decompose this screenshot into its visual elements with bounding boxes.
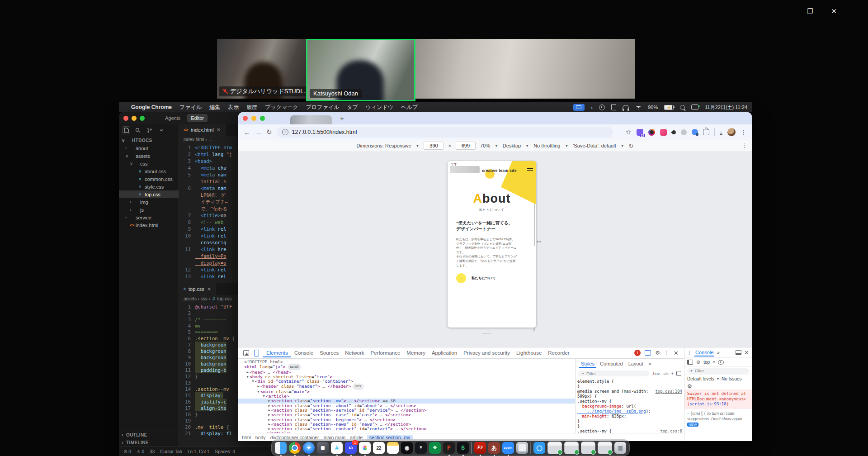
devtools-tab[interactable]: Privacy and security xyxy=(460,348,513,357)
styles-tab[interactable]: Layout xyxy=(627,360,645,368)
inspect-element-icon[interactable] xyxy=(243,350,249,356)
close-button[interactable]: ✕ xyxy=(831,7,837,15)
device-width-drag-handle[interactable]: ↔ xyxy=(536,237,542,244)
console-prompt[interactable]: › xyxy=(687,411,689,416)
dock-app[interactable]: ✦ xyxy=(303,442,315,454)
style-rule-line[interactable]: min-height: 635px; xyxy=(577,414,682,419)
cursor-tab-indicator[interactable]: Cursor Tab xyxy=(160,449,182,454)
dock-app[interactable] xyxy=(547,442,562,454)
explorer-item[interactable]: ∨ HTDOCS xyxy=(119,137,179,144)
style-rule-line[interactable]: background-image: url( xyxy=(577,404,682,409)
device-frame[interactable]: です creative team site About 私たちについて “伝えた… xyxy=(448,161,536,328)
menu-item[interactable]: ブックマーク xyxy=(265,104,298,111)
devtools-tab[interactable]: Elements xyxy=(263,348,291,357)
dock-app[interactable] xyxy=(530,442,531,454)
explorer-item[interactable]: › service xyxy=(119,214,179,221)
arrow-circle-button[interactable]: → xyxy=(456,273,466,283)
more-tabs-icon[interactable]: » xyxy=(717,350,720,355)
expand-arrow-icon[interactable]: ▶ xyxy=(267,413,271,417)
sidebar-section[interactable]: › OUTLINE xyxy=(119,431,179,439)
style-rule-line[interactable]: } xyxy=(577,384,682,389)
throttling-select[interactable]: No throttling xyxy=(533,143,560,148)
log-levels-select[interactable]: Default levels xyxy=(687,376,714,381)
downloads-icon[interactable]: ↓ xyxy=(720,129,723,135)
style-rule-line[interactable]: @media screen and (max-width: top.css:10… xyxy=(577,389,682,394)
devtools-tab[interactable]: Performance xyxy=(368,348,404,357)
devtools-menu-icon[interactable]: ⋮ xyxy=(664,350,670,356)
spotlight-search-icon[interactable] xyxy=(680,105,685,110)
extension-icon-lock[interactable] xyxy=(692,129,698,135)
console-close-icon[interactable]: ✕ xyxy=(744,349,749,356)
expand-arrow-icon[interactable]: ▶ xyxy=(267,422,271,427)
explorer-item[interactable]: › img xyxy=(119,198,179,206)
sidebar-section[interactable]: › TIMELINE xyxy=(119,439,179,446)
issues-counter[interactable]: No Issues xyxy=(722,376,741,381)
dock-app[interactable] xyxy=(598,442,612,454)
rotate-device-icon[interactable]: ↻ xyxy=(629,142,634,149)
dock-app[interactable] xyxy=(275,442,287,454)
explorer-item[interactable]: › js xyxy=(119,206,179,214)
expand-arrow-icon[interactable]: ▶ xyxy=(245,370,250,375)
explorer-item[interactable]: # top.css xyxy=(119,190,179,198)
minimize-button[interactable]: — xyxy=(782,7,789,15)
hamburger-menu-icon[interactable] xyxy=(527,168,533,172)
device-corner-resize-handle[interactable]: ⫽ xyxy=(533,327,535,332)
extension-icon-2[interactable] xyxy=(648,129,655,136)
menu-item[interactable]: 表示 xyxy=(228,104,239,111)
browser-tab-blurred[interactable] xyxy=(290,115,332,124)
dock-app[interactable]: zoom xyxy=(502,442,514,454)
eyedropper-extension-icon[interactable] xyxy=(671,129,677,135)
clipboard-icon[interactable] xyxy=(611,104,616,110)
dock-side-icon[interactable] xyxy=(736,350,741,355)
status-circle-icon[interactable] xyxy=(599,104,605,110)
minimize-traffic-light[interactable] xyxy=(251,116,256,121)
app-menu[interactable]: Google Chrome xyxy=(131,104,172,110)
extension-icon-disabled[interactable] xyxy=(681,129,687,135)
script-location-link[interactable]: script.js:93:18 xyxy=(689,402,726,406)
expand-arrow-icon[interactable]: ▶ xyxy=(267,404,271,408)
devtools-tab[interactable]: Memory xyxy=(403,348,429,357)
indent-indicator[interactable]: Spaces: 4 xyxy=(215,449,235,454)
menubar-clock[interactable]: 11月22日(土) 11:24 xyxy=(705,104,747,111)
styles-filter-input[interactable]: ▼Filter xyxy=(578,370,649,376)
devtools-tab[interactable]: Application xyxy=(429,348,460,357)
about-link[interactable]: → 私たちについて xyxy=(456,273,496,283)
tab-editor[interactable]: Editor xyxy=(187,114,208,122)
device-type-select[interactable]: Desktop xyxy=(503,143,521,148)
style-rule-line[interactable]: } xyxy=(577,424,682,429)
expand-arrow-icon[interactable]: ▶ xyxy=(267,408,271,413)
computed-panel-icon[interactable] xyxy=(676,371,681,376)
dock-app[interactable]: 22 xyxy=(373,442,385,454)
expand-arrow-icon[interactable]: ▶ xyxy=(267,418,271,422)
dom-tree-row[interactable]: <!DOCTYPE html> xyxy=(238,360,575,364)
minimize-traffic-light[interactable] xyxy=(132,116,137,121)
styles-tab[interactable]: » xyxy=(647,360,653,368)
dock-app[interactable]: # xyxy=(331,442,343,454)
menu-item[interactable]: 編集 xyxy=(209,104,220,111)
expand-arrow-icon[interactable]: ▼ xyxy=(251,379,255,384)
menu-item[interactable]: 履歴 xyxy=(246,104,257,111)
explorer-item[interactable]: ∨ assets xyxy=(119,152,179,160)
source-control-icon[interactable] xyxy=(146,127,153,134)
problems-errors[interactable]: ⊘ 0 xyxy=(123,449,131,454)
dock-app[interactable] xyxy=(581,442,595,454)
device-toolbar-menu-icon[interactable]: ⋮ xyxy=(742,142,747,149)
breadcrumb-item[interactable]: html xyxy=(242,435,251,440)
context-select[interactable]: top xyxy=(703,360,710,365)
dock-app[interactable]: ◯ xyxy=(533,442,545,454)
extension-icon-1[interactable]: 15 xyxy=(637,129,643,136)
dock-app[interactable]: あ xyxy=(488,442,500,454)
dock-app[interactable]: ◉ xyxy=(401,442,413,454)
search-icon[interactable] xyxy=(134,127,142,134)
dont-show-again-link[interactable]: Don't show again xyxy=(711,417,742,421)
error-count-badge[interactable]: 1 xyxy=(634,350,641,356)
chrome-menu-icon[interactable]: ⋮ xyxy=(741,129,746,136)
maximize-button[interactable]: ❐ xyxy=(807,7,813,15)
close-traffic-light[interactable] xyxy=(123,116,128,121)
hov-toggle[interactable]: :hov xyxy=(652,371,660,376)
expand-arrow-icon[interactable]: ▼ xyxy=(262,394,266,399)
console-menu-icon[interactable]: ⋮ xyxy=(687,350,692,355)
new-tab-button[interactable]: + xyxy=(340,114,344,122)
save-data-select[interactable]: 'Save-Data': default xyxy=(573,143,616,148)
dock-app[interactable] xyxy=(289,442,301,454)
